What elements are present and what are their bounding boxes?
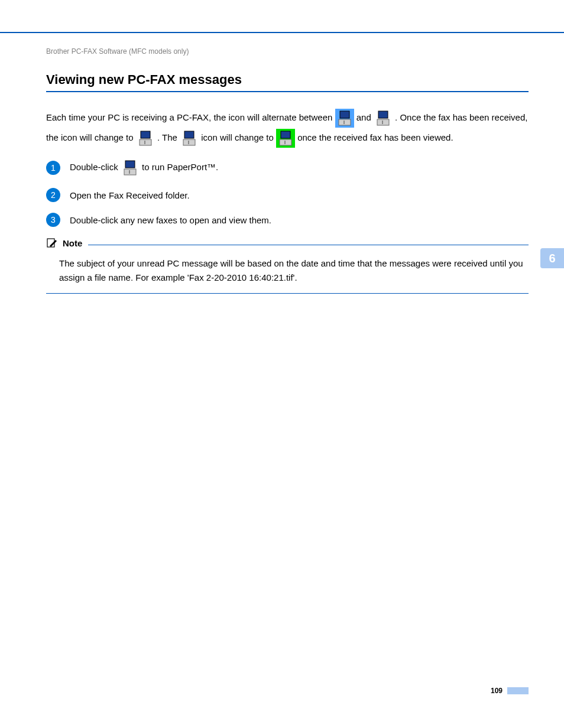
svg-rect-11 xyxy=(144,141,145,144)
note-pencil-icon xyxy=(46,238,58,248)
fax-receiving-icon xyxy=(374,109,393,128)
svg-rect-7 xyxy=(382,121,383,124)
para-text-5: icon will change to xyxy=(201,132,276,142)
svg-rect-13 xyxy=(184,131,194,138)
intro-paragraph: Each time your PC is receiving a PC-FAX,… xyxy=(46,108,529,148)
note-block: Note The subject of your unread PC messa… xyxy=(46,238,529,294)
step-list: 1 Double-click to run PaperPort™. 2 Open… xyxy=(46,158,529,227)
svg-rect-5 xyxy=(378,111,388,118)
fax-received-unread-icon-3 xyxy=(121,158,140,177)
svg-rect-1 xyxy=(340,111,349,118)
step-1a: Double-click xyxy=(70,162,121,172)
note-label: Note xyxy=(63,238,82,248)
step-1b: to run PaperPort™. xyxy=(142,162,218,172)
note-body: The subject of your unread PC message wi… xyxy=(46,252,529,290)
step-badge-1: 1 xyxy=(46,161,60,175)
page-number: 109 xyxy=(491,687,503,695)
svg-rect-3 xyxy=(343,121,345,124)
step-1-text: Double-click to run PaperPort™. xyxy=(70,158,218,177)
page-content: Brother PC-FAX Software (MFC models only… xyxy=(46,47,529,294)
title-underline xyxy=(46,91,529,92)
para-text-1: Each time your PC is receiving a PC-FAX,… xyxy=(46,112,335,122)
fax-received-unread-icon-2 xyxy=(180,129,199,148)
step-badge-2: 2 xyxy=(46,188,60,202)
breadcrumb: Brother PC-FAX Software (MFC models only… xyxy=(46,47,529,56)
note-bottom-rule xyxy=(46,293,529,294)
step-3-text: Double-click any new faxes to open and v… xyxy=(70,215,271,225)
step-1: 1 Double-click to run PaperPort™. xyxy=(46,158,529,177)
chapter-number: 6 xyxy=(549,252,555,265)
note-header: Note xyxy=(46,238,82,248)
para-text-4: . The xyxy=(157,132,180,142)
step-badge-3: 3 xyxy=(46,213,60,227)
step-3: 3 Double-click any new faxes to open and… xyxy=(46,213,529,227)
step-2-text: Open the Fax Received folder. xyxy=(70,190,190,200)
header-rule xyxy=(0,32,564,33)
step-2: 2 Open the Fax Received folder. xyxy=(46,188,529,202)
svg-rect-23 xyxy=(129,170,130,174)
fax-viewed-green-icon xyxy=(276,129,295,148)
svg-rect-17 xyxy=(281,131,290,138)
svg-rect-9 xyxy=(141,131,150,138)
para-text-2: and xyxy=(356,112,374,122)
page-footer: 109 xyxy=(491,687,529,695)
fax-receiving-blue-highlight-icon xyxy=(335,109,354,128)
page-mark xyxy=(507,687,529,694)
note-top-rule xyxy=(88,245,529,245)
svg-rect-19 xyxy=(284,141,286,144)
section-title: Viewing new PC-FAX messages xyxy=(46,72,529,87)
svg-rect-15 xyxy=(188,141,189,144)
fax-received-unread-icon xyxy=(136,129,155,148)
chapter-tab: 6 xyxy=(540,248,564,268)
para-text-6: once the received fax has been viewed. xyxy=(297,132,453,142)
svg-rect-21 xyxy=(125,161,135,168)
